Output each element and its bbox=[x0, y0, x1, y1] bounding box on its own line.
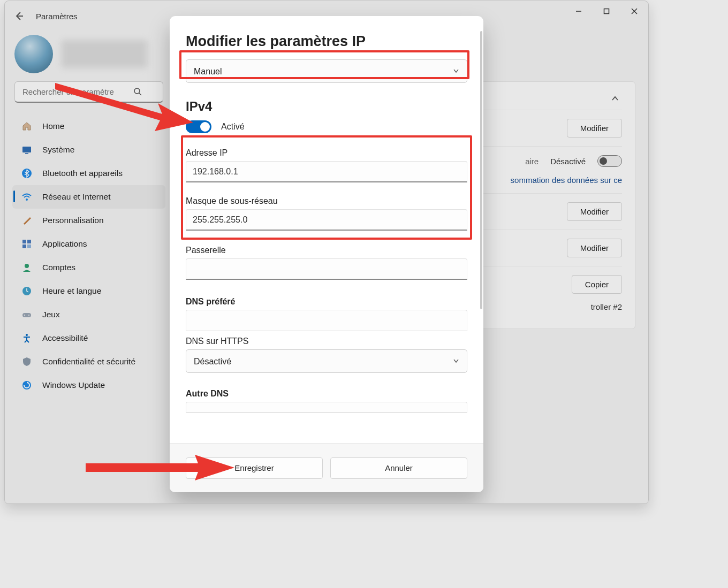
ipv4-heading: IPv4 bbox=[186, 99, 467, 114]
doh-label: DNS sur HTTPS bbox=[186, 337, 467, 346]
subnet-mask-label: Masque de sous-réseau bbox=[186, 196, 467, 206]
doh-select[interactable]: Désactivé bbox=[186, 349, 467, 373]
save-button[interactable]: Enregistrer bbox=[186, 457, 323, 479]
modal-scrollbar[interactable] bbox=[480, 31, 482, 309]
dns2-label: Autre DNS bbox=[186, 389, 467, 399]
modal-overlay: Modifier les paramètres IP Manuel IPv4 A… bbox=[5, 1, 648, 503]
ipv4-toggle[interactable] bbox=[186, 120, 211, 133]
settings-window: Paramètres Home Système Bluetooth et app… bbox=[4, 1, 649, 504]
ip-address-label: Adresse IP bbox=[186, 148, 467, 158]
modal-title: Modifier les paramètres IP bbox=[186, 33, 467, 50]
subnet-mask-input[interactable] bbox=[186, 209, 467, 231]
modal-footer: Enregistrer Annuler bbox=[170, 443, 483, 492]
ip-settings-modal: Modifier les paramètres IP Manuel IPv4 A… bbox=[170, 16, 483, 492]
dns2-input[interactable] bbox=[186, 402, 467, 413]
cancel-button[interactable]: Annuler bbox=[330, 457, 467, 479]
ipv4-toggle-label: Activé bbox=[221, 122, 245, 132]
dns1-input[interactable] bbox=[186, 310, 467, 331]
ip-mode-select[interactable]: Manuel bbox=[186, 59, 467, 83]
dns1-label: DNS préféré bbox=[186, 297, 467, 307]
ip-address-input[interactable] bbox=[186, 161, 467, 182]
gateway-label: Passerelle bbox=[186, 246, 467, 255]
gateway-input[interactable] bbox=[186, 258, 467, 280]
